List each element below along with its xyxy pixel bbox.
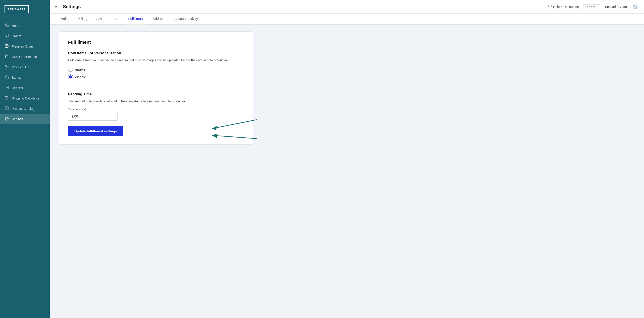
svg-marker-22 <box>212 134 217 138</box>
sidebar-item-label-settings: Settings <box>12 117 23 121</box>
sidebar-item-label-shipping-calculator: Shipping Calculator <box>12 97 39 100</box>
tab-profile[interactable]: Profile <box>55 13 74 24</box>
sensaria-guides-link[interactable]: Sensaria Guides <box>605 5 628 8</box>
fulfillment-title: Fulfillment <box>68 40 244 45</box>
section-divider <box>68 86 244 86</box>
help-resources-link[interactable]: ⓘ Help & Resources <box>548 4 579 9</box>
svg-point-7 <box>6 66 8 67</box>
sidebar-item-reports[interactable]: Reports <box>0 83 50 93</box>
sidebar-item-shipping-calculator[interactable]: Shipping Calculator <box>0 93 50 104</box>
sidebar-item-label-product-hub: Product Hub <box>12 65 30 69</box>
fulfillment-card: Fulfillment Hold Items For Personalizati… <box>59 31 253 145</box>
update-fulfillment-button[interactable]: Update fulfillment settings <box>68 126 123 136</box>
svg-marker-20 <box>212 126 217 130</box>
svg-rect-15 <box>5 107 8 110</box>
sidebar-item-label-orders: Orders <box>12 34 22 38</box>
home-icon <box>4 23 9 28</box>
disable-radio[interactable] <box>68 74 73 79</box>
logo-area: SENSARIA <box>0 0 50 18</box>
tab-account-activity[interactable]: Account activity <box>170 13 202 24</box>
svg-point-18 <box>6 118 8 119</box>
csv-order-import-icon <box>4 54 9 59</box>
sidebar-item-home[interactable]: Home <box>0 20 50 31</box>
cart-icon[interactable]: 🛒 <box>633 4 638 9</box>
pending-time-desc: The amount of time orders will wait in P… <box>68 99 244 104</box>
sidebar-item-settings[interactable]: Settings <box>0 114 50 124</box>
enable-radio-option[interactable]: enable <box>68 67 244 72</box>
sidebar-item-orders[interactable]: Orders <box>0 31 50 41</box>
sidebar-item-label-place-an-order: Place an Order <box>12 45 33 48</box>
enable-radio[interactable] <box>68 67 73 72</box>
disable-label: disable <box>75 75 86 79</box>
menu-icon[interactable]: ≡ <box>55 4 58 9</box>
sidebar-item-product-hub[interactable]: Product Hub <box>0 62 50 72</box>
main-area: ≡ Settings ⓘ Help & Resources SENSARIA S… <box>50 0 644 318</box>
help-icon: ⓘ <box>548 4 552 9</box>
logo-box: SENSARIA <box>4 5 29 13</box>
sidebar-item-label-home: Home <box>12 24 20 27</box>
sidebar: SENSARIA Home Orders Place an Order CSV … <box>0 0 50 318</box>
time-input-wrapper: Time (in hours) <box>68 108 244 121</box>
header-actions: ⓘ Help & Resources SENSARIA Sensaria Gui… <box>548 4 638 9</box>
time-input[interactable] <box>68 112 118 121</box>
tab-billing[interactable]: Billing <box>74 13 92 24</box>
logo-text: SENSARIA <box>7 8 26 11</box>
tab-fulfillment[interactable]: Fulfillment <box>124 13 148 24</box>
shipping-calculator-icon <box>4 96 9 101</box>
tab-add-ons[interactable]: Add-ons <box>148 13 170 24</box>
pending-time-title: Pending Time <box>68 92 244 96</box>
svg-line-19 <box>212 120 257 129</box>
header: ≡ Settings ⓘ Help & Resources SENSARIA S… <box>50 0 644 13</box>
sidebar-item-label-stores: Stores <box>12 76 21 79</box>
stores-icon <box>4 75 9 80</box>
content-area: Fulfillment Hold Items For Personalizati… <box>50 24 644 318</box>
place-an-order-icon <box>4 44 9 49</box>
sidebar-item-label-product-catalog: Product Catalog <box>12 107 34 111</box>
sidebar-item-product-catalog[interactable]: Product Catalog <box>0 104 50 114</box>
hold-items-desc: Hold orders from your connected stores s… <box>68 58 244 63</box>
page-title: Settings <box>63 4 545 9</box>
svg-line-21 <box>212 135 257 139</box>
settings-icon <box>4 117 9 122</box>
product-catalog-icon <box>4 106 9 111</box>
sensaria-logo-small: SENSARIA <box>583 4 600 9</box>
tab-team[interactable]: Team <box>106 13 124 24</box>
tabs-bar: ProfileBillingAPITeamFulfillmentAdd-onsA… <box>50 13 644 24</box>
sidebar-item-label-reports: Reports <box>12 86 23 90</box>
time-field-label: Time (in hours) <box>68 108 244 111</box>
hold-items-radio-group: enable disable <box>68 67 244 79</box>
enable-label: enable <box>75 67 86 71</box>
sidebar-item-place-an-order[interactable]: Place an Order <box>0 41 50 52</box>
sidebar-nav: Home Orders Place an Order CSV Order Imp… <box>0 18 50 318</box>
hold-items-title: Hold Items For Personalization <box>68 51 244 55</box>
help-label: Help & Resources <box>553 5 579 8</box>
reports-icon <box>4 85 9 90</box>
tab-api[interactable]: API <box>92 13 106 24</box>
disable-radio-option[interactable]: disable <box>68 74 244 79</box>
sidebar-item-label-csv-order-import: CSV Order Import <box>12 55 37 59</box>
sidebar-item-stores[interactable]: Stores <box>0 72 50 83</box>
product-hub-icon <box>4 65 9 70</box>
orders-icon <box>4 34 9 39</box>
sidebar-item-csv-order-import[interactable]: CSV Order Import <box>0 52 50 62</box>
